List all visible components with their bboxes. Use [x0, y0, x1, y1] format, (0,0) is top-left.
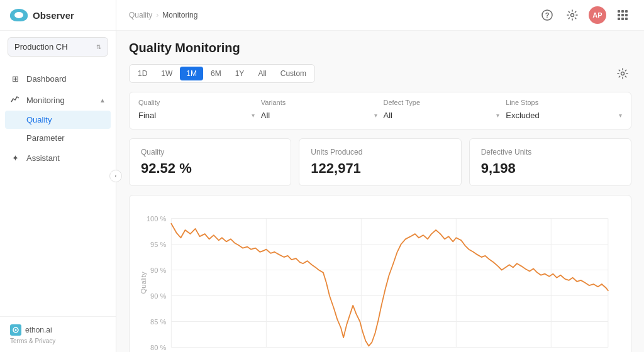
quality-filter-value: Final — [138, 111, 156, 120]
sidebar-collapse-button[interactable]: ‹ — [109, 170, 122, 182]
assistant-label: Assistant — [26, 153, 60, 163]
sidebar-item-assistant[interactable]: ✦ Assistant — [0, 147, 116, 168]
breadcrumb-separator: › — [156, 11, 158, 19]
variants-filter-select[interactable]: All ▾ — [261, 109, 377, 123]
dashboard-icon: ⊞ — [10, 74, 20, 84]
svg-text:Quality: Quality — [140, 272, 147, 294]
kpi-units-produced-label: Units Produced — [311, 148, 449, 157]
svg-text:95 %: 95 % — [150, 241, 166, 248]
kpi-units-produced: Units Produced 122,971 — [299, 138, 461, 186]
svg-text:90 %: 90 % — [150, 292, 166, 300]
time-btn-1m[interactable]: 1M — [180, 67, 203, 80]
svg-point-1 — [15, 329, 17, 331]
kpi-units-produced-value: 122,971 — [311, 160, 449, 177]
sidebar-item-quality[interactable]: Quality — [5, 111, 111, 129]
sidebar-footer: ethon.ai Terms & Privacy — [0, 316, 116, 352]
parameter-label: Parameter — [26, 133, 65, 143]
kpi-defective-units: Defective Units 9,198 — [469, 138, 631, 186]
content-area: Quality Monitoring 1D 1W 1M 6M 1Y All Cu… — [116, 31, 644, 352]
monitoring-expand-icon: ▲ — [99, 97, 106, 104]
production-dropdown[interactable]: Production CH ⇅ — [8, 37, 108, 57]
quality-label: Quality — [26, 115, 52, 124]
sidebar-item-parameter[interactable]: Parameter — [0, 129, 116, 147]
chart-line — [171, 224, 608, 346]
svg-text:?: ? — [545, 11, 550, 19]
chevron-down-icon: ⇅ — [96, 43, 101, 50]
breadcrumb-monitoring: Monitoring — [162, 11, 197, 19]
assistant-icon: ✦ — [10, 153, 20, 163]
defect-type-filter-label: Defect Type — [384, 99, 500, 106]
time-filter-bar: 1D 1W 1M 6M 1Y All Custom — [129, 64, 631, 83]
monitoring-icon — [10, 95, 20, 105]
quality-chart: 100 % 95 % 90 % 90 % 85 % 80 % Quality S… — [129, 195, 631, 352]
kpi-quality: Quality 92.52 % — [129, 138, 291, 186]
time-btn-6m[interactable]: 6M — [204, 67, 228, 80]
line-stops-filter-chevron: ▾ — [619, 112, 622, 119]
filters-row: Quality Final ▾ Variants All ▾ Defect Ty… — [129, 92, 631, 129]
line-stops-filter-select[interactable]: Excluded ▾ — [506, 109, 622, 123]
kpi-quality-value: 92.52 % — [141, 160, 279, 177]
defect-type-filter-chevron: ▾ — [496, 112, 499, 119]
sidebar-item-dashboard[interactable]: ⊞ Dashboard — [0, 68, 116, 89]
variants-filter-value: All — [261, 111, 270, 120]
page-title: Quality Monitoring — [129, 41, 631, 55]
kpi-defective-units-value: 9,198 — [481, 160, 619, 177]
time-btn-custom[interactable]: Custom — [274, 67, 313, 80]
kpi-defective-units-label: Defective Units — [481, 148, 619, 157]
topbar-icons: ? AP — [538, 6, 631, 24]
sidebar-item-monitoring[interactable]: Monitoring ▲ — [0, 89, 116, 111]
monitoring-label: Monitoring — [26, 96, 65, 105]
kpi-quality-label: Quality — [141, 148, 279, 157]
line-stops-filter: Line Stops Excluded ▾ — [506, 99, 622, 123]
settings-button[interactable] — [564, 6, 581, 24]
app-name: Observer — [33, 10, 74, 21]
brand-icon — [10, 324, 21, 336]
svg-point-5 — [621, 72, 625, 75]
footer-brand: ethon.ai — [10, 324, 106, 336]
line-stops-filter-value: Excluded — [506, 111, 539, 120]
kpi-row: Quality 92.52 % Units Produced 122,971 D… — [129, 138, 631, 186]
brand-name: ethon.ai — [25, 326, 52, 334]
sidebar-header: Observer — [0, 0, 116, 31]
svg-text:90 %: 90 % — [150, 267, 166, 274]
svg-point-4 — [571, 14, 574, 17]
svg-text:100 %: 100 % — [147, 215, 166, 223]
time-btn-1y[interactable]: 1Y — [229, 67, 251, 80]
variants-filter-chevron: ▾ — [374, 112, 377, 119]
quality-filter: Quality Final ▾ — [138, 99, 255, 123]
breadcrumb: Quality › Monitoring — [129, 11, 197, 19]
dashboard-label: Dashboard — [26, 74, 67, 84]
logo-icon — [10, 9, 28, 21]
chart-settings-button[interactable] — [614, 65, 631, 82]
time-btn-all[interactable]: All — [252, 67, 272, 80]
user-avatar[interactable]: AP — [589, 6, 606, 24]
defect-type-filter-value: All — [384, 111, 392, 120]
line-stops-filter-label: Line Stops — [506, 99, 622, 106]
variants-filter: Variants All ▾ — [261, 99, 377, 123]
time-buttons: 1D 1W 1M 6M 1Y All Custom — [129, 64, 315, 83]
time-btn-1w[interactable]: 1W — [155, 67, 179, 80]
quality-filter-select[interactable]: Final ▾ — [138, 109, 255, 123]
time-btn-1d[interactable]: 1D — [131, 67, 153, 80]
variants-filter-label: Variants — [261, 99, 377, 106]
defect-type-filter: Defect Type All ▾ — [384, 99, 500, 123]
help-button[interactable]: ? — [538, 6, 556, 24]
grid-icon — [618, 10, 628, 20]
main-content: Quality › Monitoring ? AP — [116, 0, 644, 352]
sidebar-nav: ⊞ Dashboard Monitoring ▲ Quality Paramet… — [0, 63, 116, 316]
chart-svg: 100 % 95 % 90 % 90 % 85 % 80 % Quality S… — [140, 206, 621, 352]
production-label: Production CH — [14, 42, 68, 52]
svg-text:80 %: 80 % — [150, 344, 166, 351]
topbar: Quality › Monitoring ? AP — [116, 0, 644, 31]
grid-button[interactable] — [614, 6, 631, 24]
quality-filter-chevron: ▾ — [252, 112, 255, 119]
defect-type-filter-select[interactable]: All ▾ — [384, 109, 500, 123]
breadcrumb-quality: Quality — [129, 11, 152, 19]
quality-filter-label: Quality — [138, 99, 255, 106]
sidebar: Observer Production CH ⇅ ⊞ Dashboard Mon… — [0, 0, 116, 352]
footer-links[interactable]: Terms & Privacy — [10, 338, 106, 344]
svg-text:85 %: 85 % — [150, 318, 166, 326]
